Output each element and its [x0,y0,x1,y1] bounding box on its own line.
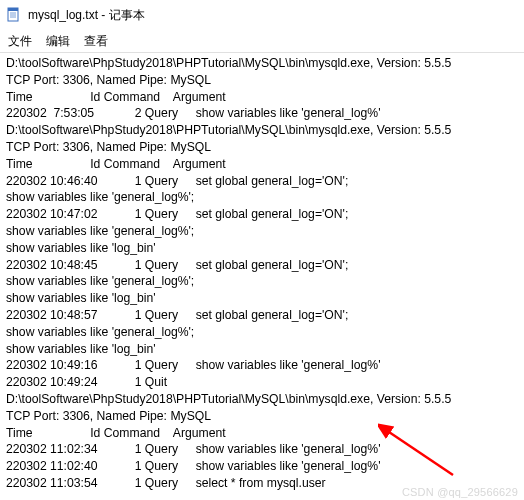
menu-edit[interactable]: 编辑 [46,33,70,50]
watermark-text: CSDN @qq_29566629 [402,486,518,498]
notepad-icon [6,7,22,23]
window-title: mysql_log.txt - 记事本 [28,7,145,24]
menu-file[interactable]: 文件 [8,33,32,50]
menu-view[interactable]: 查看 [84,33,108,50]
window-titlebar: mysql_log.txt - 记事本 [0,0,524,30]
text-editor-area[interactable]: D:\toolSoftware\PhpStudy2018\PHPTutorial… [0,53,524,492]
menu-bar: 文件 编辑 查看 [0,30,524,52]
svg-rect-1 [8,8,18,11]
